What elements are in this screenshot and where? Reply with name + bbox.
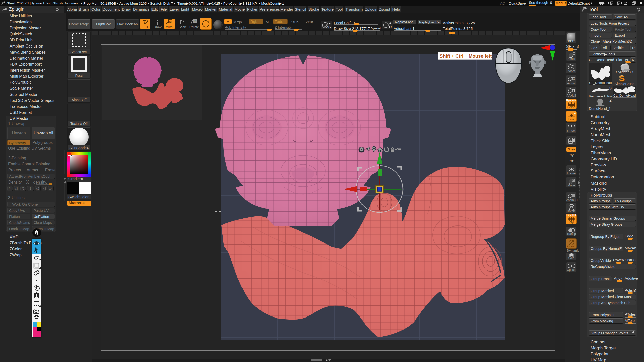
svg-text:x1: x1 xyxy=(573,78,575,80)
svg-text:S: S xyxy=(183,20,184,22)
svg-text:M: M xyxy=(169,20,171,23)
svg-text:R: R xyxy=(194,20,196,22)
svg-text:D: D xyxy=(389,25,392,29)
svg-text:Shift + Ctrl + Mouse left: Shift + Ctrl + Mouse left xyxy=(440,53,492,59)
svg-text:S: S xyxy=(328,25,331,29)
